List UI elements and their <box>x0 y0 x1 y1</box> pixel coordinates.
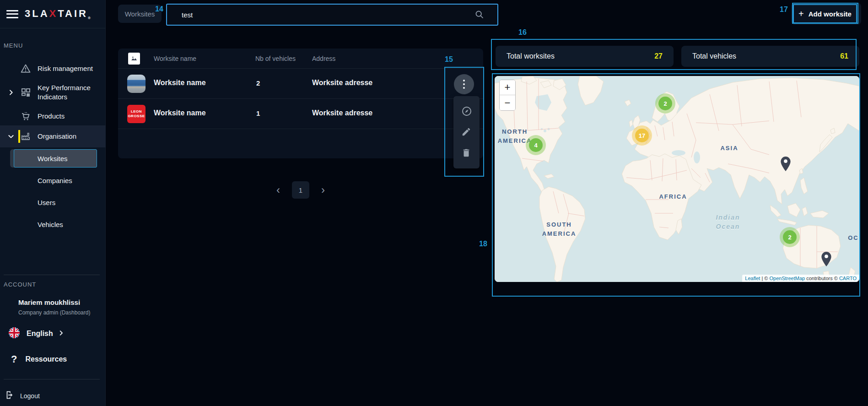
worksite-photo-thumbnail <box>127 75 146 93</box>
table-header: Worksite name Nb of vehicles Address <box>118 49 483 69</box>
sidebar: 3LAXTAIR® MENU Risk management Key Perfo… <box>0 0 106 406</box>
row-actions-menu <box>453 96 480 168</box>
attribution-text: contributors © <box>805 276 839 281</box>
openstreetmap-link[interactable]: OpenStreetMap <box>769 276 805 281</box>
column-header-vehicles[interactable]: Nb of vehicles <box>255 55 296 62</box>
world-map-svg <box>495 76 859 282</box>
map-pin-tasmania[interactable] <box>820 251 832 267</box>
stat-label: Total worksites <box>507 52 555 60</box>
zoom-out-button[interactable]: − <box>500 95 515 110</box>
sidebar-item-kpi[interactable]: Key Performance Indicators <box>0 80 106 105</box>
map-label-indian-ocean: Indian Ocean <box>711 213 745 231</box>
leaflet-link[interactable]: Leaflet <box>745 276 760 281</box>
annotation-18: 18 <box>479 240 487 248</box>
sidebar-item-label: Key Performance Indicators <box>38 83 102 102</box>
brand-logo: 3LAXTAIR® <box>25 8 91 20</box>
logo-prefix: 3LA <box>25 8 49 19</box>
chevron-right-icon[interactable] <box>7 89 15 96</box>
search-input[interactable] <box>167 11 474 19</box>
previous-page-button[interactable]: ‹ <box>276 184 280 195</box>
sidebar-item-label: Organisation <box>38 132 102 141</box>
warning-triangle-icon <box>20 63 31 74</box>
row-actions-kebab-button[interactable] <box>454 74 474 94</box>
sidebar-subitem-companies[interactable]: Companies <box>0 169 106 191</box>
map-label-asia: ASIA <box>713 144 745 153</box>
attribution-text: | © <box>760 276 769 281</box>
map-label-oceania: OC <box>844 233 859 243</box>
map-label-south-america: SOUTH AMERICA <box>539 220 580 238</box>
user-name: Mariem moukhlissi <box>18 298 80 306</box>
worksites-map[interactable]: NORTH AMERICA SOUTH AMERICA AFRICA ASIA … <box>495 76 859 282</box>
map-label-north-america: NORTH AMERICA <box>496 127 534 145</box>
logo-text: LEON <box>131 109 142 114</box>
page-number-button[interactable]: 1 <box>292 181 309 199</box>
logout-label: Logout <box>20 392 40 400</box>
search-icon[interactable] <box>474 10 485 20</box>
total-worksites-card: Total worksites 27 <box>496 46 674 67</box>
worksite-name-cell: Worksite name <box>154 109 206 117</box>
marker-cluster-north-america[interactable]: 4 <box>529 138 543 152</box>
address-cell: Worksite adresse <box>312 79 372 87</box>
annotation-14: 14 <box>155 5 163 13</box>
stat-value: 61 <box>840 52 848 60</box>
hamburger-menu-icon[interactable] <box>6 10 18 18</box>
logout-button[interactable]: Logout <box>5 390 40 402</box>
total-vehicles-card: Total vehicles 61 <box>681 46 859 67</box>
sidebar-subitem-label: Users <box>38 199 55 206</box>
sidebar-divider <box>4 379 100 379</box>
column-header-address[interactable]: Address <box>312 55 335 62</box>
table-row[interactable]: Worksite name 2 Worksite adresse <box>118 69 483 99</box>
sidebar-subitem-worksites[interactable]: Worksites <box>0 147 106 169</box>
zoom-in-button[interactable]: + <box>500 80 515 95</box>
sidebar-subitem-vehicles[interactable]: Vehicles <box>0 213 106 235</box>
uk-flag-icon <box>8 327 20 341</box>
add-worksite-button[interactable]: + Add worksite <box>793 4 857 23</box>
grid-icon <box>20 87 31 98</box>
map-attribution: Leaflet | © OpenStreetMap contributors ©… <box>742 275 859 282</box>
sidebar-subitem-label: Vehicles <box>38 221 63 228</box>
sidebar-item-risk-management[interactable]: Risk management <box>0 58 106 80</box>
delete-trash-button[interactable] <box>461 148 472 159</box>
resources-link[interactable]: ? Ressources <box>11 353 67 365</box>
menu-section-label: MENU <box>4 42 23 49</box>
logo-text: GROSSE <box>128 114 145 119</box>
logo-suffix: TAIR <box>58 8 88 19</box>
annotation-15: 15 <box>445 55 453 64</box>
map-label-africa: AFRICA <box>657 192 689 201</box>
column-header-name[interactable]: Worksite name <box>154 55 196 62</box>
map-pin-south-china[interactable] <box>780 156 792 172</box>
chevron-right-icon <box>58 330 65 338</box>
vehicles-count-cell: 2 <box>256 79 260 87</box>
carto-link[interactable]: CARTO <box>839 276 857 281</box>
marker-cluster-scandinavia[interactable]: 2 <box>658 97 672 110</box>
chevron-down-icon[interactable] <box>7 133 15 140</box>
sidebar-item-products[interactable]: Products <box>0 105 106 127</box>
cluster-count: 4 <box>534 142 537 149</box>
vehicles-count-cell: 1 <box>256 109 260 117</box>
account-section-label: ACCOUNT <box>4 281 36 288</box>
annotation-16: 16 <box>518 28 527 37</box>
sidebar-item-organisation[interactable]: Organisation <box>0 125 106 147</box>
marker-cluster-france[interactable]: 17 <box>635 129 649 142</box>
factory-icon <box>20 131 31 142</box>
table-row[interactable]: LEON GROSSE Worksite name 1 Worksite adr… <box>118 99 483 129</box>
annotation-17: 17 <box>780 5 788 14</box>
registered-mark: ® <box>88 16 91 20</box>
sidebar-header: 3LAXTAIR® <box>0 0 106 28</box>
leon-grosse-logo: LEON GROSSE <box>127 105 146 123</box>
resources-label: Ressources <box>25 355 67 363</box>
language-selector[interactable]: English <box>8 327 65 341</box>
next-page-button[interactable]: › <box>321 184 325 195</box>
marker-cluster-australia[interactable]: 2 <box>783 230 797 244</box>
search-bar <box>166 4 498 26</box>
stat-label: Total vehicles <box>692 52 736 60</box>
sidebar-subitem-users[interactable]: Users <box>0 191 106 213</box>
edit-pencil-button[interactable] <box>461 127 472 138</box>
image-placeholder-icon <box>128 53 140 65</box>
logout-icon <box>5 390 15 402</box>
worksites-table: Worksite name Nb of vehicles Address Wor… <box>118 49 483 158</box>
cart-icon <box>20 111 31 122</box>
user-role: Company admin (Dashboard) <box>18 309 90 316</box>
map-zoom-control: + − <box>499 80 516 111</box>
explore-compass-button[interactable] <box>461 106 472 117</box>
